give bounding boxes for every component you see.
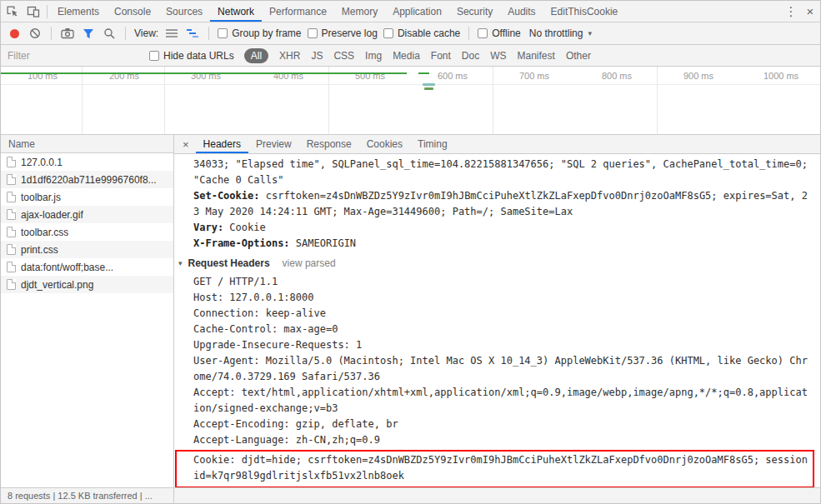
- font-icon: [7, 262, 16, 272]
- disclosure-triangle-icon: ▾: [178, 256, 183, 272]
- filter-type-img[interactable]: Img: [365, 50, 382, 62]
- network-activity-line: [1, 72, 407, 74]
- preserve-log-label: Preserve log: [322, 27, 378, 39]
- disable-cache-checkbox[interactable]: Disable cache: [383, 27, 460, 39]
- offline-checkbox[interactable]: Offline: [478, 27, 520, 39]
- tick-label: 900 ms: [673, 71, 723, 81]
- header-name: Vary:: [193, 222, 223, 233]
- request-header-line: Upgrade-Insecure-Requests: 1: [174, 337, 817, 353]
- capture-screenshots-icon[interactable]: [60, 26, 75, 41]
- tab-audits[interactable]: Audits: [500, 1, 543, 22]
- separator: [468, 27, 469, 40]
- details-tab-cookies[interactable]: Cookies: [359, 135, 410, 153]
- group-by-frame-checkbox[interactable]: Group by frame: [218, 27, 301, 39]
- request-headers-title: Request Headers: [188, 256, 270, 272]
- request-row[interactable]: ajax-loader.gif: [1, 206, 173, 223]
- network-main-area: Name 127.0.0.1 1d1df6220ab711e9996760f8.…: [1, 135, 820, 487]
- header-value: csrftoken=z4sDnWBZDz5Y9zIvr0mI9hJBmCciPu…: [193, 190, 808, 217]
- more-options-icon[interactable]: ⋮: [782, 1, 800, 22]
- tab-application[interactable]: Application: [385, 1, 449, 22]
- request-name: toolbar.js: [21, 192, 61, 203]
- throttling-select[interactable]: No throttling▾: [527, 27, 594, 39]
- tab-performance[interactable]: Performance: [262, 1, 334, 22]
- preserve-log-checkbox[interactable]: Preserve log: [308, 27, 378, 39]
- close-details-icon[interactable]: ×: [176, 135, 196, 153]
- network-activity-line-segment: [418, 72, 429, 74]
- request-header-line: User-Agent: Mozilla/5.0 (Macintosh; Inte…: [174, 353, 817, 385]
- filter-type-manifest[interactable]: Manifest: [518, 50, 555, 62]
- request-headers-section[interactable]: ▾ Request Headers view parsed: [174, 256, 817, 272]
- request-row[interactable]: 127.0.0.1: [1, 153, 173, 171]
- list-view-icon-glyph: [165, 28, 178, 38]
- checkbox-box: [383, 28, 393, 38]
- filter-type-xhr[interactable]: XHR: [279, 50, 300, 62]
- filter-type-js[interactable]: JS: [311, 50, 323, 62]
- offline-label: Offline: [492, 27, 520, 39]
- tab-memory[interactable]: Memory: [334, 1, 385, 22]
- header-overflow-text: 34033; "Elapsed time", SQLPanel_sql_time…: [174, 157, 817, 188]
- filter-type-all[interactable]: All: [244, 48, 268, 63]
- details-tab-response[interactable]: Response: [299, 135, 359, 153]
- tick-label: 600 ms: [428, 71, 478, 81]
- details-tab-preview[interactable]: Preview: [248, 135, 299, 153]
- filter-type-css[interactable]: CSS: [333, 50, 354, 62]
- request-row[interactable]: print.css: [1, 241, 173, 258]
- filter-input[interactable]: [8, 50, 139, 62]
- inspect-element-icon-glyph: [6, 5, 18, 17]
- request-name: 127.0.0.1: [21, 157, 63, 168]
- tabbar-spacer: [625, 1, 782, 22]
- stylesheet-icon: [7, 244, 16, 255]
- view-parsed-link[interactable]: view parsed: [283, 256, 336, 272]
- show-overview-icon[interactable]: [185, 26, 200, 41]
- request-header-line: Accept-Encoding: gzip, deflate, br: [174, 417, 817, 432]
- filter-icon[interactable]: [81, 26, 96, 41]
- separator: [47, 5, 48, 18]
- checkbox-box: [308, 28, 318, 38]
- request-rows: 127.0.0.1 1d1df6220ab711e9996760f8... to…: [1, 153, 173, 487]
- small-request-rows-icon[interactable]: [164, 26, 179, 41]
- separator: [208, 27, 209, 40]
- tick-label: 1000 ms: [756, 71, 806, 81]
- tab-sources[interactable]: Sources: [158, 1, 210, 22]
- header-name: X-Frame-Options:: [193, 237, 290, 249]
- request-name: data:font/woff;base...: [21, 262, 113, 273]
- hide-data-urls-checkbox[interactable]: Hide data URLs: [149, 50, 234, 62]
- tab-network[interactable]: Network: [210, 1, 262, 22]
- request-header-line: Host: 127.0.0.1:8000: [174, 290, 817, 306]
- search-icon[interactable]: [102, 26, 117, 41]
- request-row[interactable]: toolbar.css: [1, 223, 173, 241]
- tab-editthiscookie[interactable]: EditThisCookie: [543, 1, 626, 22]
- name-column-header[interactable]: Name: [1, 135, 173, 153]
- main-tabbar: Elements Console Sources Network Perform…: [1, 1, 820, 22]
- device-toolbar-icon[interactable]: [23, 1, 44, 22]
- record-network-log-button[interactable]: [7, 26, 22, 41]
- details-tab-timing[interactable]: Timing: [410, 135, 455, 153]
- group-by-frame-label: Group by frame: [232, 27, 301, 39]
- request-row[interactable]: data:font/woff;base...: [1, 258, 173, 276]
- timeline-overview[interactable]: 100 ms 200 ms 300 ms 400 ms 500 ms 600 m…: [1, 67, 820, 135]
- request-row[interactable]: toolbar.js: [1, 188, 173, 206]
- headers-pane: 34033; "Elapsed time", SQLPanel_sql_time…: [174, 154, 820, 487]
- request-header-line: Accept: text/html,application/xhtml+xml,…: [174, 385, 817, 417]
- request-row[interactable]: 1d1df6220ab711e9996760f8...: [1, 171, 173, 188]
- filter-type-other[interactable]: Other: [566, 50, 591, 62]
- details-tab-headers[interactable]: Headers: [196, 135, 248, 153]
- ruler-divider: [1, 84, 820, 85]
- filter-type-media[interactable]: Media: [393, 50, 420, 62]
- response-header-vary: Vary: Cookie: [174, 220, 817, 236]
- tab-console[interactable]: Console: [107, 1, 158, 22]
- inspect-element-icon[interactable]: [1, 1, 23, 22]
- tick-label: 700 ms: [509, 71, 559, 81]
- tab-elements[interactable]: Elements: [50, 1, 107, 22]
- close-devtools-icon[interactable]: ×: [800, 1, 820, 22]
- filter-type-ws[interactable]: WS: [490, 50, 506, 62]
- tab-security[interactable]: Security: [449, 1, 500, 22]
- filter-type-doc[interactable]: Doc: [462, 50, 479, 62]
- filter-type-font[interactable]: Font: [431, 50, 451, 62]
- request-row[interactable]: djdt_vertical.png: [1, 276, 173, 293]
- request-name: ajax-loader.gif: [21, 209, 83, 221]
- overview-request-bar: [423, 83, 435, 86]
- clear-network-log-icon[interactable]: [28, 26, 43, 41]
- hide-data-urls-label: Hide data URLs: [163, 50, 234, 62]
- request-list-panel: Name 127.0.0.1 1d1df6220ab711e9996760f8.…: [1, 135, 174, 487]
